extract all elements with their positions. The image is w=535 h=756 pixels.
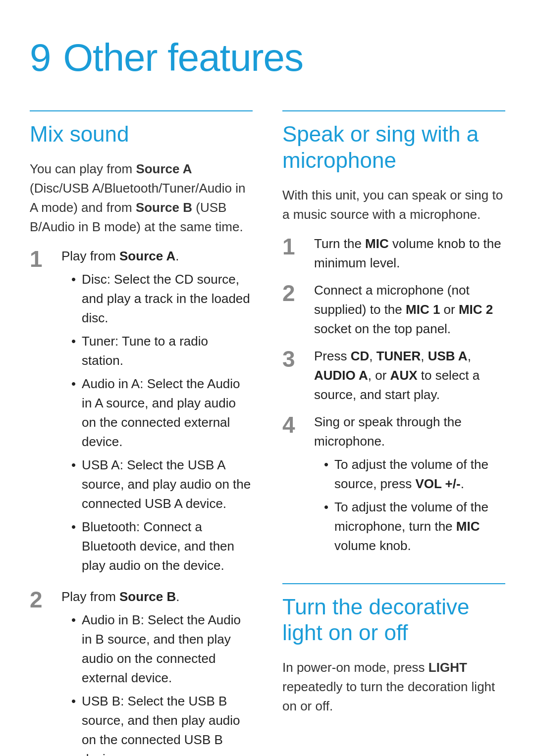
mic-step-3-text: Press CD, TUNER, USB A, AUDIO A, or AUX …: [314, 349, 480, 402]
page-container: 9Other features Mix sound You can play f…: [30, 30, 505, 756]
step-2-num: 2: [30, 587, 54, 612]
source-b-bold: Source B: [136, 200, 192, 215]
mix-sound-steps: 1 Play from Source A. Disc: Select the C…: [30, 247, 253, 756]
mic-step-3: 3 Press CD, TUNER, USB A, AUDIO A, or AU…: [282, 347, 505, 404]
mic-step-2: 2 Connect a microphone (not supplied) to…: [282, 281, 505, 339]
usba-ref: USB A: [428, 349, 468, 363]
microphone-title: Speak or sing with a microphone: [282, 121, 505, 174]
bullet-audio-b: Audio in B: Select the Audio in B source…: [71, 610, 253, 688]
mic-step-1-num: 1: [282, 234, 306, 259]
mix-sound-title: Mix sound: [30, 121, 253, 148]
mix-sound-intro: You can play from Source A (Disc/USB A/B…: [30, 159, 253, 237]
bullet-tuner: Tuner: Tune to a radio station.: [71, 332, 253, 370]
microphone-divider: [282, 110, 505, 111]
cd-ref: CD: [351, 349, 370, 363]
mic-step-4-bullets: To adjust the volume of the source, pres…: [324, 455, 505, 555]
mic2-ref: MIC 2: [459, 302, 493, 317]
mic-step-3-content: Press CD, TUNER, USB A, AUDIO A, or AUX …: [314, 347, 505, 404]
mic-step-1-content: Turn the MIC volume knob to the minimum …: [314, 234, 505, 273]
step-2-content: Play from Source B. Audio in B: Select t…: [61, 587, 253, 756]
mix-step-1: 1 Play from Source A. Disc: Select the C…: [30, 247, 253, 579]
step-1-bullets: Disc: Select the CD source, and play a t…: [71, 270, 253, 575]
mic-step-4-text: Sing or speak through the microphone.: [314, 414, 462, 449]
aux-ref: AUX: [390, 368, 418, 383]
mix-sound-divider: [30, 110, 253, 111]
mic-step-2-content: Connect a microphone (not supplied) to t…: [314, 281, 505, 339]
mic-step-3-num: 3: [282, 347, 306, 372]
bullet-disc: Disc: Select the CD source, and play a t…: [71, 270, 253, 328]
audioa-ref: AUDIO A: [314, 368, 368, 383]
step-1-text: Play from Source A.: [61, 249, 179, 263]
chapter-number: 9: [30, 36, 51, 79]
vol-ref: VOL +/-: [415, 476, 460, 491]
chapter-header: 9Other features: [30, 30, 505, 86]
left-column: Mix sound You can play from Source A (Di…: [30, 110, 253, 756]
mic1-ref: MIC 1: [406, 302, 440, 317]
bullet-usb-a: USB A: Select the USB A source, and play…: [71, 455, 253, 513]
microphone-intro: With this unit, you can speak or sing to…: [282, 186, 505, 224]
microphone-section: Speak or sing with a microphone With thi…: [282, 110, 505, 559]
mic-step-2-num: 2: [282, 281, 306, 306]
mic-ref: MIC: [456, 519, 480, 534]
source-a-bold: Source A: [136, 161, 192, 176]
bullet-usb-b: USB B: Select the USB B source, and then…: [71, 692, 253, 756]
light-intro: In power-on mode, press LIGHT repeatedly…: [282, 658, 505, 716]
step-2-text: Play from Source B.: [61, 589, 179, 604]
mix-step-2: 2 Play from Source B. Audio in B: Select…: [30, 587, 253, 756]
bullet-vol-source: To adjust the volume of the source, pres…: [324, 455, 505, 494]
chapter-title: Other features: [63, 36, 303, 79]
step-1-num: 1: [30, 247, 54, 272]
light-ref: LIGHT: [428, 660, 467, 675]
bullet-audio-a: Audio in A: Select the Audio in A source…: [71, 374, 253, 452]
source-a-ref: Source A: [119, 249, 175, 263]
mic-step-4: 4 Sing or speak through the microphone. …: [282, 412, 505, 559]
step-2-bullets: Audio in B: Select the Audio in B source…: [71, 610, 253, 756]
mic-step-1-text: Turn the MIC volume knob to the minimum …: [314, 236, 501, 270]
mic-vol-ref: MIC: [365, 236, 389, 251]
mic-step-2-text: Connect a microphone (not supplied) to t…: [314, 283, 493, 336]
microphone-steps: 1 Turn the MIC volume knob to the minimu…: [282, 234, 505, 559]
bullet-bluetooth: Bluetooth: Connect a Bluetooth device, a…: [71, 517, 253, 575]
step-1-content: Play from Source A. Disc: Select the CD …: [61, 247, 253, 579]
light-section: Turn the decorative light on or off In p…: [282, 583, 505, 716]
light-divider: [282, 583, 505, 584]
source-b-ref: Source B: [119, 589, 176, 604]
light-title: Turn the decorative light on or off: [282, 594, 505, 647]
mic-step-1: 1 Turn the MIC volume knob to the minimu…: [282, 234, 505, 273]
mic-step-4-num: 4: [282, 412, 306, 438]
bullet-vol-mic: To adjust the volume of the microphone, …: [324, 498, 505, 555]
mic-step-4-content: Sing or speak through the microphone. To…: [314, 412, 505, 559]
tuner-ref: TUNER: [376, 349, 421, 363]
right-column: Speak or sing with a microphone With thi…: [282, 110, 505, 756]
two-column-layout: Mix sound You can play from Source A (Di…: [30, 110, 505, 756]
